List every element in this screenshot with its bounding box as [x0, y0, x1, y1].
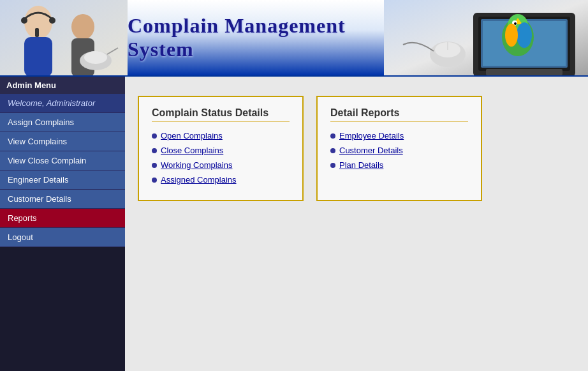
header-center: Complain Management System [128, 0, 384, 75]
detail-reports-title: Detail Reports [330, 107, 468, 122]
svg-point-20 [514, 22, 517, 25]
sidebar: Admin Menu Welcome, Administrator Assign… [0, 77, 125, 371]
page-header: Complain Management System [0, 0, 588, 77]
app-title: Complain Management System [128, 14, 384, 61]
bullet-icon [152, 178, 157, 183]
bullet-icon [330, 133, 335, 139]
detail-reports-item-employee: Employee Details [330, 131, 468, 140]
sidebar-item-view-close-complain[interactable]: View Close Complain [0, 151, 125, 170]
bullet-icon [152, 133, 157, 139]
main-content: Complain Status Details Open Complains C… [125, 77, 588, 371]
complain-status-list: Open Complains Close Complains Working C… [152, 131, 290, 185]
complain-status-item-close: Close Complains [152, 146, 290, 155]
assigned-complains-link[interactable]: Assigned Complains [161, 175, 237, 185]
svg-rect-23 [486, 69, 562, 75]
close-complains-link[interactable]: Close Complains [161, 146, 223, 155]
customer-details-link[interactable]: Customer Details [339, 146, 403, 155]
svg-point-9 [84, 51, 107, 64]
header-right-image [384, 0, 588, 77]
cards-row: Complain Status Details Open Complains C… [138, 96, 575, 201]
sidebar-item-view-complains[interactable]: View Complains [0, 132, 125, 151]
admin-menu-label: Admin Menu [0, 77, 125, 94]
complain-status-item-open: Open Complains [152, 131, 290, 140]
bullet-icon [330, 148, 335, 153]
bullet-icon [330, 163, 335, 168]
bullet-icon [152, 148, 157, 153]
open-complains-link[interactable]: Open Complains [161, 131, 223, 140]
sidebar-item-customer-details[interactable]: Customer Details [0, 190, 125, 209]
detail-reports-card: Detail Reports Employee Details Customer… [316, 96, 482, 201]
svg-rect-2 [24, 37, 52, 77]
complain-status-title: Complain Status Details [152, 107, 290, 122]
svg-point-6 [71, 14, 94, 40]
detail-reports-item-plan: Plan Details [330, 160, 468, 170]
detail-reports-list: Employee Details Customer Details Plan D… [330, 131, 468, 170]
sidebar-bottom-space [0, 247, 125, 324]
sidebar-item-welcome[interactable]: Welcome, Administrator [0, 94, 125, 113]
bullet-icon [152, 163, 157, 168]
complain-status-card: Complain Status Details Open Complains C… [138, 96, 304, 201]
header-left-image [0, 0, 128, 77]
main-layout: Admin Menu Welcome, Administrator Assign… [0, 77, 588, 371]
svg-point-3 [21, 17, 27, 24]
sidebar-item-engineer-details[interactable]: Engineer Details [0, 170, 125, 190]
complain-status-item-assigned: Assigned Complains [152, 175, 290, 185]
employee-details-link[interactable]: Employee Details [339, 131, 404, 140]
svg-rect-5 [35, 28, 39, 37]
sidebar-item-reports[interactable]: Reports [0, 209, 125, 228]
complain-status-item-working: Working Complains [152, 160, 290, 170]
svg-point-21 [517, 22, 532, 48]
sidebar-item-assign-complains[interactable]: Assign Complains [0, 113, 125, 132]
plan-details-link[interactable]: Plan Details [339, 160, 383, 170]
svg-point-22 [505, 24, 518, 47]
svg-point-4 [49, 17, 55, 24]
sidebar-item-logout[interactable]: Logout [0, 228, 125, 247]
detail-reports-item-customer: Customer Details [330, 146, 468, 155]
working-complains-link[interactable]: Working Complains [161, 160, 232, 170]
